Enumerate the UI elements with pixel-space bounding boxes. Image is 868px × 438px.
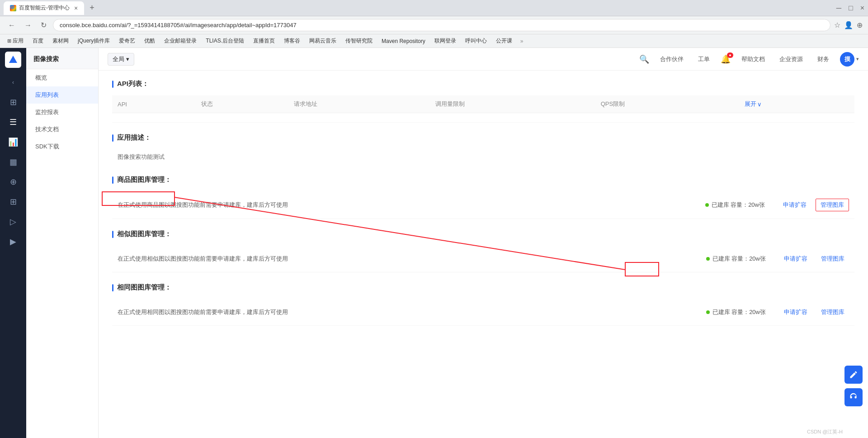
address-input[interactable]: [53, 19, 830, 31]
expand-chevron-icon: ∨: [757, 101, 762, 108]
bookmark-jquery[interactable]: jQuery插件库: [75, 36, 113, 46]
api-col-limit: 调用量限制: [430, 95, 595, 113]
maximize-button[interactable]: □: [849, 4, 853, 12]
same-lib-indicator: [112, 284, 113, 291]
product-lib-status: 已建库 容量：20w张: [705, 201, 765, 209]
user-menu[interactable]: 摸 ▾: [840, 52, 859, 67]
minimize-button[interactable]: ─: [836, 4, 841, 12]
tab-close-button[interactable]: ×: [74, 5, 78, 12]
second-sidebar: 图像搜索 概览 应用列表 监控报表 技术文档 SDK下载: [26, 48, 99, 438]
bookmarks-bar: ⊞ 应用 百度 素材网 jQuery插件库 爱奇艺 优酷 企业邮箱登录 TLIA…: [0, 34, 868, 48]
desc-text: 图像搜索功能测试: [112, 149, 854, 165]
baidu-logo-icon: [8, 55, 18, 65]
bookmark-iqiyi[interactable]: 爱奇艺: [116, 36, 138, 46]
api-section-indicator: [112, 81, 113, 88]
profile-icon[interactable]: 👤: [844, 21, 853, 29]
global-selector[interactable]: 全局 ▾: [108, 53, 134, 66]
extension-icon[interactable]: ⊕: [857, 21, 863, 29]
nav-video-icon[interactable]: ▷: [4, 213, 22, 231]
product-lib-manage-button[interactable]: 管理图库: [816, 199, 849, 211]
table-cell-status: [196, 113, 289, 123]
back-button[interactable]: ←: [5, 19, 18, 31]
bookmark-netease[interactable]: 网易云音乐: [307, 36, 339, 46]
bookmark-bogu[interactable]: 博客谷: [281, 36, 303, 46]
bookmark-maven[interactable]: Maven Repository: [379, 37, 428, 45]
similar-lib-manage-button[interactable]: 管理图库: [816, 253, 849, 265]
bookmark-live[interactable]: 直播首页: [250, 36, 278, 46]
nav-chart-icon[interactable]: 📊: [4, 133, 22, 151]
product-lib-apply-button[interactable]: 申请扩容: [783, 201, 807, 209]
header-partner[interactable]: 合作伙伴: [656, 55, 687, 63]
notification-badge: ●: [727, 52, 733, 58]
product-lib-desc: 在正式使用商品图以图搜图功能前需要申请建库，建库后方可使用: [118, 201, 705, 209]
table-cell-api: [112, 113, 196, 123]
sidebar-item-sdk[interactable]: SDK下载: [26, 138, 98, 155]
user-dropdown-icon: ▾: [856, 56, 859, 62]
logo[interactable]: [5, 52, 21, 68]
bookmark-course[interactable]: 公开课: [493, 36, 515, 46]
desc-section: 应用描述： 图像搜索功能测试: [112, 133, 854, 165]
main-area: 全局 ▾ 🔍 合作伙伴 工单 🔔● 帮助文档 企业资源 财务 摸 ▾: [99, 48, 868, 438]
bookmark-youku[interactable]: 优酷: [142, 36, 158, 46]
bookmark-tlias[interactable]: TLIAS.后台登陆: [203, 36, 247, 46]
nav-dashboard-icon[interactable]: ⊞: [4, 93, 22, 111]
same-lib-section-header: 相同图图库管理：: [112, 283, 854, 292]
similar-lib-apply-button[interactable]: 申请扩容: [784, 255, 807, 263]
close-window-button[interactable]: ×: [860, 4, 864, 12]
float-headset-button[interactable]: [844, 388, 863, 406]
nav-list-icon[interactable]: ☰: [4, 113, 22, 131]
same-lib-title: 相同图图库管理：: [117, 283, 171, 292]
content-body: API列表： API 状态 请求地址 调用量限制 QPS限制 展开: [99, 71, 868, 438]
desc-section-indicator: [112, 134, 113, 142]
sidebar-item-monitor[interactable]: 监控报表: [26, 104, 98, 121]
nav-expand-icon[interactable]: ‹: [4, 73, 22, 91]
header-order[interactable]: 工单: [694, 55, 713, 63]
expand-button[interactable]: 展开 ∨: [745, 100, 849, 108]
product-lib-row: 在正式使用商品图以图搜图功能前需要申请建库，建库后方可使用 已建库 容量：20w…: [112, 191, 854, 219]
nav-table-icon[interactable]: ▦: [4, 153, 22, 171]
bookmark-chuanzhi[interactable]: 传智研究院: [343, 36, 375, 46]
headset-icon: [849, 393, 858, 402]
top-header: 全局 ▾ 🔍 合作伙伴 工单 🔔● 帮助文档 企业资源 财务 摸 ▾: [99, 48, 868, 71]
expand-label: 展开: [745, 100, 756, 108]
bookmark-email[interactable]: 企业邮箱登录: [161, 36, 199, 46]
notification-bell[interactable]: 🔔●: [721, 54, 731, 64]
svg-marker-0: [9, 56, 17, 63]
tab-title: 百度智能云-管理中心: [19, 4, 70, 12]
nav-play-icon[interactable]: ▶: [4, 233, 22, 251]
bookmarks-more-icon[interactable]: »: [520, 38, 524, 44]
sidebar-item-applist[interactable]: 应用列表: [26, 86, 98, 104]
header-help[interactable]: 帮助文档: [738, 55, 769, 63]
star-icon[interactable]: ☆: [834, 21, 840, 29]
tab-container: 🌐 百度智能云-管理中心 × +: [4, 1, 98, 15]
apps-grid-icon: ⊞: [7, 38, 11, 44]
same-lib-manage-button[interactable]: 管理图库: [816, 306, 849, 318]
forward-button[interactable]: →: [22, 19, 34, 31]
header-finance[interactable]: 财务: [814, 55, 833, 63]
bookmark-call[interactable]: 呼叫中心: [462, 36, 490, 46]
float-edit-button[interactable]: [844, 366, 863, 384]
same-lib-apply-button[interactable]: 申请扩容: [784, 308, 807, 316]
similar-status-text: 已建库 容量：20w张: [712, 255, 766, 263]
new-tab-button[interactable]: +: [86, 1, 98, 14]
nav-link-icon[interactable]: ⊞: [4, 193, 22, 211]
bookmark-sucai[interactable]: 素材网: [50, 36, 71, 46]
nav-grid-icon[interactable]: ⊕: [4, 173, 22, 191]
bookmark-lianwang[interactable]: 联网登录: [432, 36, 459, 46]
table-row: [112, 113, 854, 123]
sidebar-item-overview[interactable]: 概览: [26, 69, 98, 86]
similar-lib-indicator: [112, 231, 113, 238]
product-status-dot: [705, 203, 709, 207]
refresh-button[interactable]: ↻: [38, 19, 49, 31]
edit-icon: [849, 370, 858, 379]
api-section-title: API列表：: [117, 80, 149, 88]
sidebar-item-techdoc[interactable]: 技术文档: [26, 121, 98, 138]
header-enterprise[interactable]: 企业资源: [776, 55, 807, 63]
bookmark-baidu[interactable]: 百度: [30, 36, 46, 46]
tab-favicon: 🌐: [10, 5, 16, 11]
similar-lib-section-header: 相似图图库管理：: [112, 230, 854, 238]
search-icon[interactable]: 🔍: [639, 54, 649, 64]
bookmark-apps[interactable]: ⊞ 应用: [5, 36, 26, 46]
product-lib-section-header: 商品图图库管理：: [112, 176, 854, 184]
active-tab[interactable]: 🌐 百度智能云-管理中心 ×: [4, 1, 84, 15]
